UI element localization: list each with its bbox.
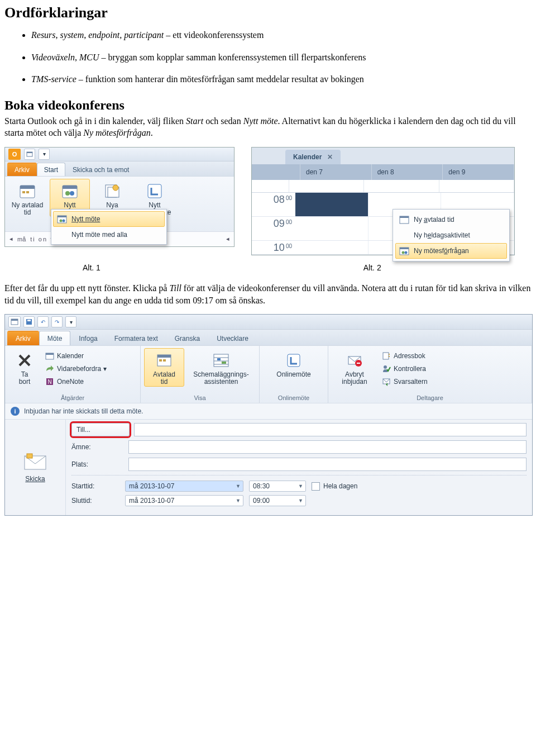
tab-review[interactable]: Granska [166,331,208,345]
scheduling-icon [212,351,231,370]
address-book-icon [382,351,391,360]
divider [71,475,527,476]
button-label: Tabort [19,371,31,386]
close-icon[interactable]: ✕ [327,153,333,161]
menu-item-label: Ny heldagsaktivitet [414,231,470,239]
starttime-label: Starttid: [71,482,119,490]
appointment-button[interactable]: Avtaladtid [144,348,184,386]
subject-field[interactable] [128,440,527,454]
caption-alt1: Alt. 1 [4,263,229,272]
combo-value: må 2013-10-07 [129,482,174,490]
group-actions: Tabort Kalender Vidarebefordra ▾ N [5,346,141,403]
button-label: OneNote [57,378,84,386]
cancel-invite-icon [345,351,364,370]
subject-label: Ämne: [71,441,124,453]
prev-arrow-icon[interactable]: ◂ [9,235,13,243]
onenote-button[interactable]: N OneNote [44,376,108,387]
svg-rect-36 [214,354,228,367]
app-icon[interactable] [8,316,21,327]
outlook-icon[interactable]: O [8,149,21,160]
term: TMS-service [31,74,76,84]
tab-developer[interactable]: Utvecklare [208,331,257,345]
scheduling-assistant-button[interactable]: Schemaläggnings-assistenten [188,348,255,386]
day-header[interactable]: den 9 [443,164,514,180]
day-header[interactable]: den 7 [300,164,372,180]
to-field[interactable] [134,423,527,436]
day-label[interactable]: må [17,236,26,243]
button-label: Kalender [57,352,84,360]
day-header[interactable]: den 8 [372,164,443,180]
address-book-button[interactable]: Adressbok [381,350,429,362]
tab-send-receive[interactable]: Skicka och ta emot [65,163,136,176]
forward-button[interactable]: Vidarebefordra ▾ [44,363,108,374]
tab-insert[interactable]: Infoga [70,331,106,345]
allday-row[interactable] [252,180,514,193]
lync-icon [145,182,164,201]
context-menu: Ny avtalad tid Ny heldagsaktivitet Ny mö… [393,209,510,261]
menu-item-label: Nytt möte med alla [71,231,127,239]
qat-dropdown[interactable]: ▾ [39,149,50,160]
delete-button[interactable]: Tabort [8,348,41,386]
time-label: 0900 [252,217,295,240]
start-date-combo[interactable]: må 2013-10-07▼ [125,481,243,492]
time-slot-selected[interactable] [295,193,368,216]
calendar-people-icon [60,182,79,201]
definition-item: TMS-service – funktion som hanterar din … [31,73,532,85]
button-label: Kontrollera [394,365,426,373]
response-options-button[interactable]: Svarsaltern [381,376,429,387]
info-bar: i Inbjudan har inte skickats till detta … [5,403,532,419]
quick-access-toolbar: ↶ ↷ ▾ [5,315,532,330]
group-attendees: Avbrytinbjudan Adressbok Kontrollera [328,346,532,403]
time-slot[interactable] [295,217,368,240]
send-button[interactable]: Skicka [25,475,45,483]
ctx-new-appointment[interactable]: Ny avtalad tid [395,212,507,227]
calendar-icon [45,351,54,360]
definition: – funktion som hanterar din mötesförfråg… [76,74,364,84]
checkbox-icon [312,482,320,491]
svg-point-48 [384,365,387,369]
calendar-people-icon [399,246,409,256]
group-title: Visa [144,393,256,403]
online-meeting-button[interactable]: Onlinemöte [268,348,319,379]
check-names-button[interactable]: Kontrollera [381,363,429,374]
menu-new-meeting-all[interactable]: Nytt möte med alla [53,227,165,243]
redo-icon[interactable]: ↷ [51,316,63,327]
tab-meeting[interactable]: Möte [39,331,71,345]
qat-more[interactable]: ▾ [65,316,76,327]
svg-rect-33 [157,355,171,358]
svg-rect-29 [46,353,54,355]
definition: – bryggan som kopplar samman konferenssy… [99,53,366,62]
blank-icon [399,230,409,240]
undo-icon[interactable]: ↶ [37,316,49,327]
tab-start[interactable]: Start [37,163,65,176]
qat-button[interactable] [24,149,35,160]
check-names-icon [382,364,391,373]
ctx-new-allday[interactable]: Ny heldagsaktivitet [395,227,507,243]
svg-rect-46 [389,354,390,355]
calendar-tab[interactable]: Kalender ✕ [285,150,341,164]
next-arrow-icon[interactable]: ◂ [226,235,229,243]
svg-rect-21 [400,248,409,249]
new-appointment-button[interactable]: Ny avtaladtid [7,179,47,230]
end-date-combo[interactable]: må 2013-10-07▼ [125,495,243,506]
tab-file[interactable]: Arkiv [7,331,39,345]
end-time-combo[interactable]: 09:00▼ [249,495,306,506]
tab-file[interactable]: Arkiv [7,163,37,176]
save-icon[interactable] [23,316,35,327]
svg-rect-34 [159,359,162,362]
calendar-button[interactable]: Kalender [44,350,108,362]
svg-rect-47 [389,356,390,357]
to-button[interactable]: Till... [71,423,130,436]
location-field[interactable] [128,458,527,471]
time-slot[interactable] [295,241,368,254]
button-label: Vidarebefordra ▾ [57,365,107,373]
term: Videoväxeln, MCU [31,53,99,62]
svg-text:N: N [47,379,51,385]
intro-paragraph-1: Starta Outlook och gå in i din kalender,… [4,115,532,139]
allday-checkbox[interactable]: Hela dagen [312,482,357,491]
cancel-invitation-button[interactable]: Avbrytinbjudan [332,348,377,386]
tab-format-text[interactable]: Formatera text [106,331,166,345]
menu-new-meeting[interactable]: Nytt möte [53,211,165,227]
start-time-combo[interactable]: 08:30▼ [249,481,306,492]
ctx-new-meeting-request[interactable]: Ny mötesförfrågan [395,243,507,259]
